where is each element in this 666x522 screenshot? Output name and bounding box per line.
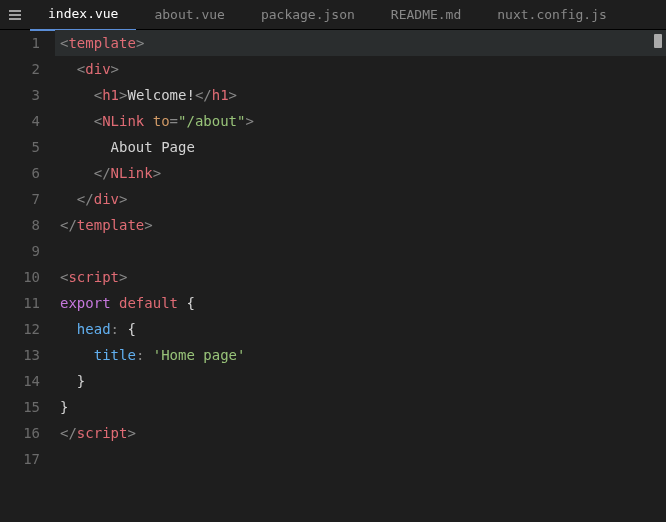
line-number: 8 xyxy=(0,212,40,238)
code-line: <div> xyxy=(55,56,666,82)
code-line: </script> xyxy=(55,420,666,446)
line-number: 2 xyxy=(0,56,40,82)
line-number: 12 xyxy=(0,316,40,342)
line-number: 3 xyxy=(0,82,40,108)
code-line xyxy=(55,238,666,264)
code-line: <h1>Welcome!</h1> xyxy=(55,82,666,108)
code-line: <script> xyxy=(55,264,666,290)
code-line: } xyxy=(55,394,666,420)
code-line: head: { xyxy=(55,316,666,342)
line-number: 13 xyxy=(0,342,40,368)
tab-readme-md[interactable]: README.md xyxy=(373,0,479,30)
line-number: 6 xyxy=(0,160,40,186)
code-line: <template> xyxy=(55,30,666,56)
line-number: 17 xyxy=(0,446,40,472)
menu-icon[interactable] xyxy=(0,7,30,23)
line-number: 15 xyxy=(0,394,40,420)
line-number: 5 xyxy=(0,134,40,160)
code-line: title: 'Home page' xyxy=(55,342,666,368)
code-line: </template> xyxy=(55,212,666,238)
code-line: } xyxy=(55,368,666,394)
line-number: 11 xyxy=(0,290,40,316)
editor[interactable]: 1 2 3 4 5 6 7 8 9 10 11 12 13 14 15 16 1… xyxy=(0,30,666,522)
code-line xyxy=(55,446,666,472)
tab-index-vue[interactable]: index.vue xyxy=(30,0,136,31)
line-number: 9 xyxy=(0,238,40,264)
line-number: 16 xyxy=(0,420,40,446)
tab-package-json[interactable]: package.json xyxy=(243,0,373,30)
code-line: export default { xyxy=(55,290,666,316)
code-line: </NLink> xyxy=(55,160,666,186)
line-number: 1 xyxy=(0,30,40,56)
code-line: <NLink to="/about"> xyxy=(55,108,666,134)
tab-bar: index.vue about.vue package.json README.… xyxy=(0,0,666,30)
line-number: 10 xyxy=(0,264,40,290)
tab-about-vue[interactable]: about.vue xyxy=(136,0,242,30)
tab-nuxt-config[interactable]: nuxt.config.js xyxy=(479,0,625,30)
line-number: 7 xyxy=(0,186,40,212)
line-number: 14 xyxy=(0,368,40,394)
code-line: About Page xyxy=(55,134,666,160)
line-number: 4 xyxy=(0,108,40,134)
gutter: 1 2 3 4 5 6 7 8 9 10 11 12 13 14 15 16 1… xyxy=(0,30,55,522)
code-area[interactable]: <template> <div> <h1>Welcome!</h1> <NLin… xyxy=(55,30,666,522)
code-line: </div> xyxy=(55,186,666,212)
